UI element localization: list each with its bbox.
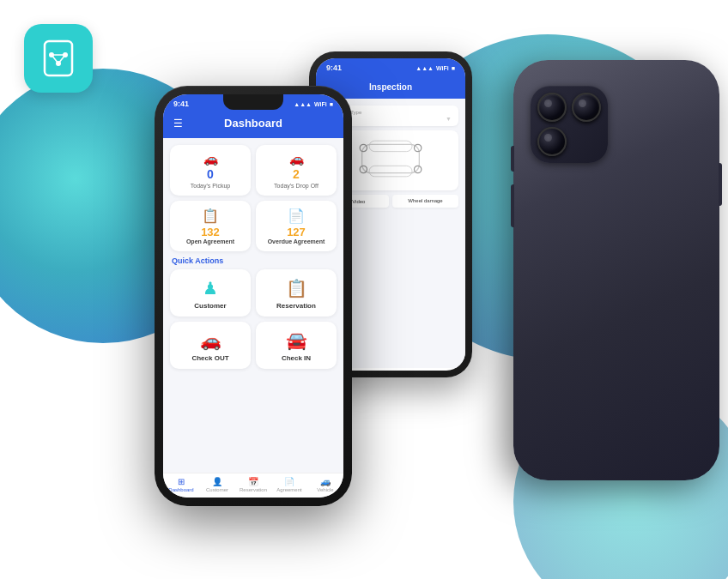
overdue-agreement-number: 127 [261, 226, 331, 238]
main-status-icons: ▲▲▲WiFi■ [294, 101, 333, 107]
svg-line-4 [52, 55, 58, 63]
app-icon[interactable] [24, 24, 93, 93]
camera-lenses [537, 93, 601, 156]
dropoff-label: Today's Drop Off [261, 183, 331, 189]
checkin-icon: 🚘 [261, 330, 331, 351]
overdue-agreement-icon: 📄 [261, 208, 331, 224]
phone-main-frame: 9:41 ▲▲▲WiFi■ ☰ Dashboard 🚗 [155, 86, 352, 506]
main-app-header: ☰ Dashboard [163, 112, 343, 138]
action-reservation[interactable]: 📋 Reservation [256, 269, 337, 317]
overdue-agreement-card[interactable]: 📄 127 Overdue Agreement [256, 201, 337, 251]
main-time: 9:41 [173, 100, 189, 108]
nav-dashboard-label: Dashboard [168, 487, 193, 492]
nav-agreement[interactable]: 📄 Agreement [271, 477, 307, 492]
svg-rect-8 [369, 141, 412, 152]
app-icon-svg [38, 38, 79, 79]
car-diagram-svg [348, 137, 434, 180]
stat-card-pickup[interactable]: 🚗 0 Today's Pickup [170, 145, 251, 196]
svg-rect-9 [369, 166, 412, 177]
pickup-number: 0 [175, 167, 246, 181]
bottom-nav: ⊞ Dashboard 👤 Customer 📅 Reservation 📄 A… [163, 473, 343, 498]
nav-reservation[interactable]: 📅 Reservation [235, 477, 271, 492]
reservation-label: Reservation [261, 302, 331, 310]
camera-module [531, 86, 608, 163]
quick-actions-title: Quick Actions [170, 256, 337, 265]
inspection-status-icons: ▲▲▲WiFi■ [416, 65, 455, 71]
nav-reservation-icon: 📅 [248, 477, 258, 486]
dashboard-title: Dashboard [224, 117, 282, 130]
volume-down-button [511, 184, 514, 227]
agreement-row: 📋 132 Open Agreement 📄 127 Overdue Agree… [170, 201, 337, 251]
checkout-label: Check OUT [175, 354, 246, 362]
nav-reservation-label: Reservation [240, 487, 267, 492]
inspection-option-wheel: Wheel damage [392, 195, 458, 208]
dropoff-number: 2 [261, 167, 331, 181]
actions-grid: ♟ Customer 📋 Reservation 🚗 Check OUT [170, 269, 337, 369]
stats-row: 🚗 0 Today's Pickup 🚗 2 Today's Drop Off [170, 145, 337, 196]
customer-icon: ♟ [175, 278, 246, 299]
customer-label: Customer [175, 302, 246, 310]
phone-back [513, 60, 719, 480]
reservation-icon: 📋 [261, 278, 331, 299]
overdue-agreement-label: Overdue Agreement [261, 238, 331, 244]
camera-lens-1 [537, 93, 567, 122]
nav-customer-label: Customer [206, 487, 228, 492]
phone-back-body [513, 60, 719, 480]
nav-dashboard[interactable]: ⊞ Dashboard [163, 477, 199, 492]
phone-notch [223, 94, 283, 110]
inspection-status-bar: 9:41 ▲▲▲WiFi■ [316, 58, 465, 75]
svg-rect-0 [45, 41, 72, 75]
pickup-icon: 🚗 [175, 152, 246, 166]
open-agreement-number: 132 [175, 226, 246, 238]
nav-vehicle-icon: 🚙 [320, 477, 331, 486]
dashboard-content: 🚗 0 Today's Pickup 🚗 2 Today's Drop Off [163, 138, 343, 376]
nav-agreement-icon: 📄 [284, 477, 294, 486]
phone-main-screen: 9:41 ▲▲▲WiFi■ ☰ Dashboard 🚗 [163, 94, 343, 498]
nav-vehicle-label: Vehicle [317, 487, 333, 492]
action-customer[interactable]: ♟ Customer [170, 269, 251, 317]
phones-container: 9:41 ▲▲▲WiFi■ Inspection Damage Type ▼ [86, 34, 711, 562]
camera-lens-2 [572, 93, 601, 122]
dropoff-icon: 🚗 [261, 152, 331, 166]
svg-rect-7 [362, 144, 420, 172]
menu-icon[interactable]: ☰ [173, 118, 183, 130]
stat-card-dropoff[interactable]: 🚗 2 Today's Drop Off [256, 145, 337, 196]
phone-main: 9:41 ▲▲▲WiFi■ ☰ Dashboard 🚗 [155, 86, 352, 506]
inspection-time: 9:41 [326, 63, 342, 72]
svg-line-5 [58, 55, 65, 63]
nav-dashboard-icon: ⊞ [178, 477, 185, 486]
action-checkout[interactable]: 🚗 Check OUT [170, 322, 251, 369]
nav-vehicle[interactable]: 🚙 Vehicle [307, 477, 343, 492]
checkin-label: Check IN [261, 354, 331, 362]
volume-up-button [511, 146, 514, 172]
checkout-icon: 🚗 [175, 330, 246, 351]
open-agreement-icon: 📋 [175, 208, 246, 224]
pickup-label: Today's Pickup [175, 183, 246, 189]
camera-lens-3 [537, 127, 567, 156]
open-agreement-card[interactable]: 📋 132 Open Agreement [170, 201, 251, 251]
nav-customer[interactable]: 👤 Customer [199, 477, 235, 492]
open-agreement-label: Open Agreement [175, 238, 246, 244]
action-checkin[interactable]: 🚘 Check IN [256, 322, 337, 369]
power-button [719, 163, 722, 206]
nav-agreement-label: Agreement [276, 487, 301, 492]
nav-customer-icon: 👤 [212, 477, 222, 486]
